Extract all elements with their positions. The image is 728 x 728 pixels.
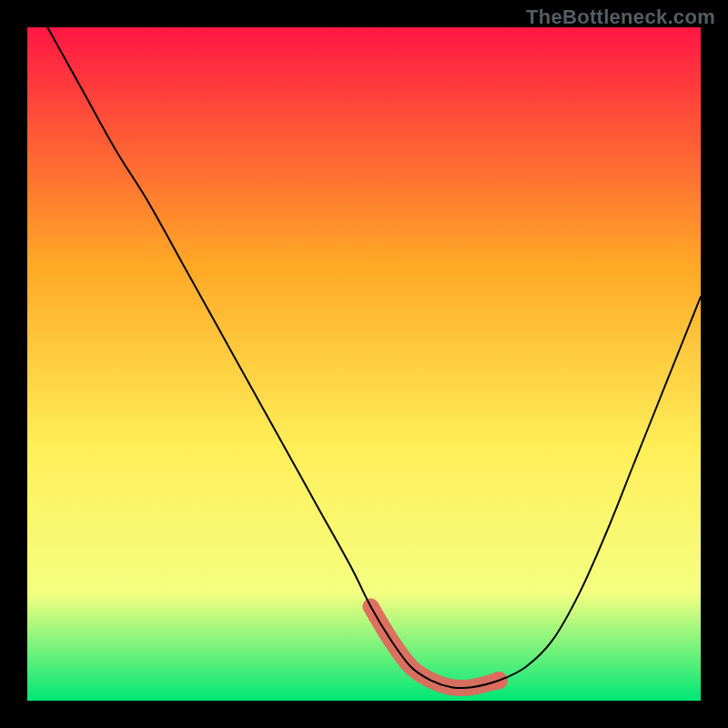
watermark-text: TheBottleneck.com: [526, 5, 715, 29]
chart-container: TheBottleneck.com: [0, 0, 728, 728]
bottleneck-chart: [0, 0, 728, 728]
plot-background: [27, 27, 701, 701]
